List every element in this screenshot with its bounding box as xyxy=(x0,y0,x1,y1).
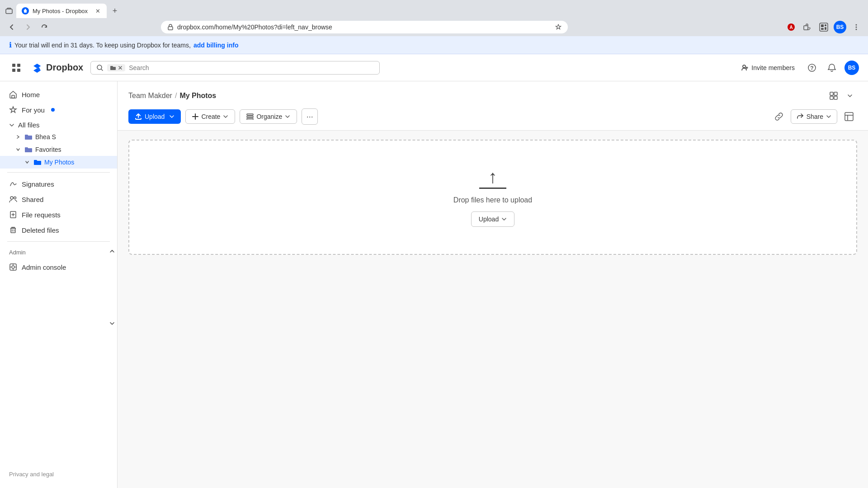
sidebar-item-for-you[interactable]: For you xyxy=(0,102,117,117)
deleted-files-label: Deleted files xyxy=(22,226,59,234)
invite-label: Invite members xyxy=(751,64,795,71)
new-tab-button[interactable]: + xyxy=(108,5,121,17)
grid-view-button[interactable] xyxy=(826,89,841,103)
dropbox-logo-icon xyxy=(31,61,43,74)
tab-title: My Photos - Dropbox xyxy=(33,8,88,14)
myphotos-label: My Photos xyxy=(44,159,74,166)
browser-profile-avatar[interactable]: BS xyxy=(834,21,846,33)
view-dropdown-button[interactable] xyxy=(843,89,857,103)
search-bar[interactable] xyxy=(90,61,380,75)
admin-section-label: Admin xyxy=(0,245,117,259)
svg-point-13 xyxy=(856,29,857,30)
star-icon[interactable] xyxy=(555,24,561,30)
svg-point-21 xyxy=(743,65,745,68)
tree-toggle-favorites[interactable] xyxy=(14,146,22,153)
billing-link[interactable]: add billing info xyxy=(193,42,239,49)
tab-group-button[interactable] xyxy=(4,5,14,16)
search-filter-close-icon[interactable] xyxy=(118,66,123,70)
tree-toggle-myphotos[interactable] xyxy=(24,159,31,166)
tab-close-button[interactable]: ✕ xyxy=(94,7,101,14)
svg-rect-15 xyxy=(17,64,20,67)
sidebar-item-signatures[interactable]: Signatures xyxy=(0,176,117,192)
svg-rect-16 xyxy=(12,69,15,72)
sidebar-tree-favorites[interactable]: Favorites xyxy=(0,143,117,156)
shared-label: Shared xyxy=(22,196,43,203)
plus-icon xyxy=(192,113,198,120)
svg-point-12 xyxy=(856,27,857,28)
back-button[interactable] xyxy=(5,21,18,33)
upload-button[interactable]: Upload xyxy=(128,109,181,124)
folder-myphotos-icon xyxy=(33,159,42,165)
file-requests-icon xyxy=(9,211,17,219)
active-tab[interactable]: My Photos - Dropbox ✕ xyxy=(16,4,107,18)
chevron-down-icon xyxy=(9,122,14,128)
organize-button[interactable]: Organize xyxy=(240,109,297,124)
sidebar: Home For you All files Bhea S xyxy=(0,81,118,488)
forward-button[interactable] xyxy=(22,21,34,33)
adblock-icon[interactable]: A xyxy=(785,21,797,33)
admin-console-icon xyxy=(9,263,17,271)
svg-rect-38 xyxy=(845,113,853,121)
upload-line xyxy=(479,188,506,189)
help-button[interactable]: ? xyxy=(805,61,819,75)
upload-arrow-icon: ↑ xyxy=(488,168,497,186)
breadcrumb-parent[interactable]: Team Makder xyxy=(128,92,172,100)
sidebar-for-you-label: For you xyxy=(22,106,45,114)
svg-rect-31 xyxy=(830,92,833,95)
svg-rect-34 xyxy=(834,96,837,99)
sidebar-tree-bheas[interactable]: Bhea S xyxy=(0,131,117,143)
extensions-icon[interactable] xyxy=(801,21,814,33)
reload-button[interactable] xyxy=(38,21,51,33)
tree-toggle-bheas[interactable] xyxy=(14,133,22,141)
upload-label: Upload xyxy=(145,113,165,120)
sidebar-item-file-requests[interactable]: File requests xyxy=(0,207,117,222)
drop-upload-arrow xyxy=(501,216,507,222)
tab-favicon xyxy=(22,7,29,14)
toolbar: Upload Create Organize ··· S xyxy=(118,103,868,131)
drop-zone-container: ↑ Drop files here to upload Upload xyxy=(118,131,868,488)
sidebar-item-home[interactable]: Home xyxy=(0,87,117,102)
all-files-label: All files xyxy=(18,121,40,129)
browser-menu-button[interactable] xyxy=(850,21,863,33)
deleted-files-icon xyxy=(9,226,17,234)
drop-upload-label: Upload xyxy=(479,216,499,223)
invite-members-button[interactable]: Invite members xyxy=(737,61,799,74)
sidebar-item-deleted[interactable]: Deleted files xyxy=(0,222,117,238)
info-icon: ℹ xyxy=(9,41,12,49)
svg-rect-14 xyxy=(12,64,15,67)
create-button[interactable]: Create xyxy=(185,109,235,124)
profile-switcher[interactable] xyxy=(817,21,830,33)
browser-avatar: BS xyxy=(834,21,846,33)
privacy-label[interactable]: Privacy and legal xyxy=(9,471,54,478)
privacy-section: Privacy and legal xyxy=(0,465,117,483)
sidebar-item-admin-console[interactable]: Admin console xyxy=(0,259,117,275)
address-bar[interactable]: dropbox.com/home/My%20Photos?di=left_nav… xyxy=(161,21,568,33)
svg-rect-33 xyxy=(830,96,833,99)
notifications-button[interactable] xyxy=(825,61,839,75)
sidebar-tree-myphotos[interactable]: My Photos xyxy=(0,156,117,169)
sidebar-scroll-up[interactable] xyxy=(109,247,115,254)
sidebar-item-shared[interactable]: Shared xyxy=(0,192,117,207)
folder-icon xyxy=(24,134,33,140)
link-button[interactable] xyxy=(771,108,787,125)
sidebar-divider-2 xyxy=(7,241,110,242)
table-view-button[interactable] xyxy=(841,108,857,125)
drop-area[interactable]: ↑ Drop files here to upload Upload xyxy=(128,140,857,255)
more-options-button[interactable]: ··· xyxy=(302,108,318,125)
share-button[interactable]: Share xyxy=(791,109,837,124)
svg-rect-36 xyxy=(247,116,253,117)
drop-upload-button[interactable]: Upload xyxy=(471,211,514,227)
all-files-section[interactable]: All files xyxy=(0,117,117,131)
search-input[interactable] xyxy=(129,64,374,71)
apps-grid-button[interactable] xyxy=(9,61,24,75)
svg-text:A: A xyxy=(789,25,793,30)
svg-rect-5 xyxy=(804,26,808,30)
organize-dropdown-arrow xyxy=(285,114,290,119)
sidebar-scroll-down[interactable] xyxy=(109,319,115,326)
organize-icon xyxy=(246,113,254,120)
share-icon xyxy=(797,113,804,120)
dropbox-logo[interactable]: Dropbox xyxy=(31,61,83,74)
svg-rect-17 xyxy=(17,69,20,72)
search-folder-badge[interactable] xyxy=(107,64,125,71)
user-avatar[interactable]: BS xyxy=(844,61,859,75)
